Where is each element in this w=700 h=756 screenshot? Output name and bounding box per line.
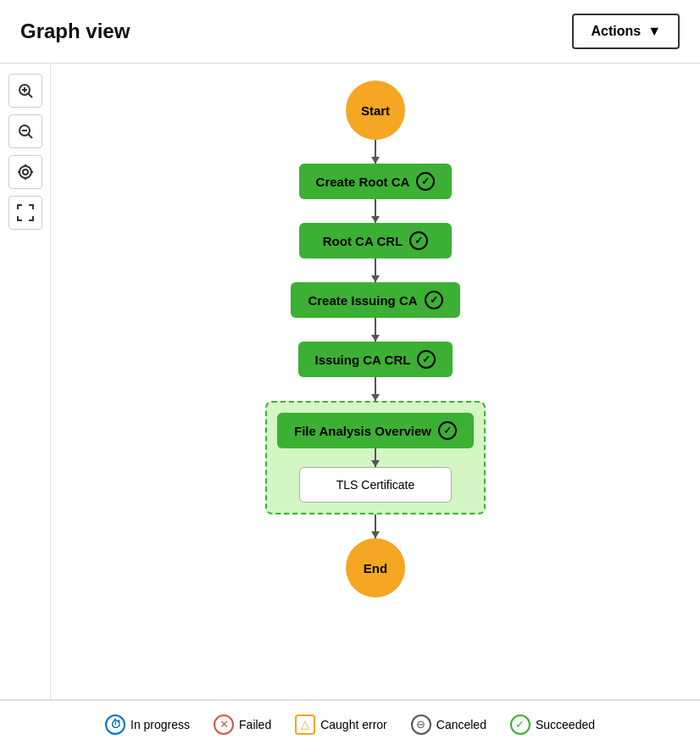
root-ca-crl-node: Root CA CRL ✓ bbox=[299, 223, 452, 258]
arrow-start-to-create-root-ca bbox=[375, 140, 376, 164]
arrow-group-header-to-tls bbox=[375, 448, 376, 467]
end-node: End bbox=[346, 538, 405, 598]
zoom-in-icon bbox=[17, 82, 34, 99]
arrow-group-to-end bbox=[375, 514, 376, 538]
legend-in-progress: ⏱ In progress bbox=[105, 714, 190, 735]
in-progress-label: In progress bbox=[131, 718, 190, 731]
create-root-ca-check-icon: ✓ bbox=[416, 172, 435, 191]
graph-area: Start Create Root CA ✓ Root CA CRL ✓ Cre… bbox=[51, 64, 700, 699]
legend-succeeded: ✓ Succeeded bbox=[510, 714, 595, 735]
fit-icon bbox=[17, 204, 34, 221]
svg-point-8 bbox=[19, 166, 31, 178]
issuing-ca-crl-node: Issuing CA CRL ✓ bbox=[298, 342, 453, 377]
legend-failed: ✕ Failed bbox=[214, 714, 271, 735]
in-progress-icon: ⏱ bbox=[105, 714, 125, 735]
svg-line-5 bbox=[28, 134, 32, 138]
arrow-issuing-ca-to-crl bbox=[375, 318, 376, 342]
actions-chevron-icon: ▼ bbox=[647, 24, 661, 39]
file-analysis-group: File Analysis Overview ✓ TLS Certificate bbox=[265, 401, 486, 514]
tls-certificate-node: TLS Certificate bbox=[299, 467, 452, 503]
actions-label: Actions bbox=[591, 24, 641, 39]
succeeded-label: Succeeded bbox=[536, 718, 595, 731]
svg-line-1 bbox=[28, 93, 32, 97]
canceled-icon: ⊖ bbox=[411, 714, 431, 735]
create-issuing-ca-check-icon: ✓ bbox=[425, 291, 443, 309]
failed-icon: ✕ bbox=[214, 714, 234, 735]
zoom-out-button[interactable] bbox=[8, 114, 42, 148]
center-icon bbox=[17, 164, 34, 181]
header: Graph view Actions ▼ bbox=[0, 0, 700, 64]
root-ca-crl-check-icon: ✓ bbox=[409, 231, 428, 250]
flow-container: Start Create Root CA ✓ Root CA CRL ✓ Cre… bbox=[265, 81, 486, 598]
legend-caught-error: △ Caught error bbox=[295, 714, 387, 735]
caught-error-label: Caught error bbox=[320, 718, 387, 731]
caught-error-icon: △ bbox=[295, 714, 315, 735]
arrow-crl-to-group bbox=[375, 377, 376, 401]
actions-button[interactable]: Actions ▼ bbox=[572, 14, 680, 49]
svg-point-7 bbox=[23, 170, 28, 175]
main-area: Start Create Root CA ✓ Root CA CRL ✓ Cre… bbox=[0, 64, 700, 700]
create-issuing-ca-node: Create Issuing CA ✓ bbox=[291, 282, 459, 318]
zoom-in-button[interactable] bbox=[8, 74, 42, 108]
arrow-crl-to-create-issuing bbox=[375, 258, 376, 282]
start-node: Start bbox=[346, 81, 405, 140]
legend-canceled: ⊖ Canceled bbox=[411, 714, 486, 735]
canceled-label: Canceled bbox=[436, 718, 486, 731]
page-title: Graph view bbox=[20, 19, 130, 43]
legend: ⏱ In progress ✕ Failed △ Caught error ⊖ … bbox=[0, 700, 700, 748]
succeeded-icon: ✓ bbox=[510, 714, 531, 735]
issuing-ca-crl-check-icon: ✓ bbox=[417, 350, 436, 369]
file-analysis-overview-header: File Analysis Overview ✓ bbox=[277, 413, 474, 448]
file-analysis-check-icon: ✓ bbox=[438, 421, 457, 440]
failed-label: Failed bbox=[239, 718, 271, 731]
fit-button[interactable] bbox=[8, 196, 42, 230]
arrow-root-ca-to-crl bbox=[375, 199, 376, 223]
create-root-ca-node: Create Root CA ✓ bbox=[299, 164, 453, 199]
toolbar bbox=[0, 64, 51, 699]
zoom-out-icon bbox=[17, 123, 34, 140]
center-button[interactable] bbox=[8, 155, 42, 189]
